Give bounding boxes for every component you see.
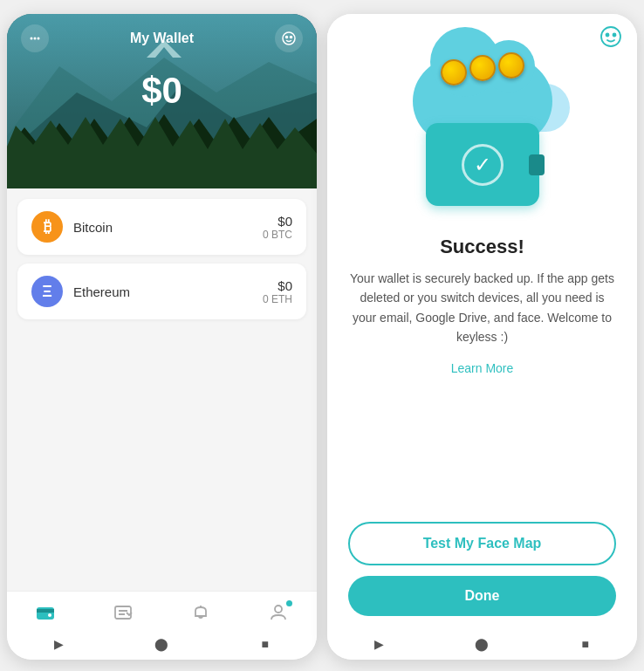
home-button[interactable]: ⬤ <box>153 635 170 653</box>
coin-3 <box>498 52 524 79</box>
svg-point-22 <box>613 34 616 37</box>
svg-rect-15 <box>115 606 131 619</box>
bottom-nav <box>7 591 317 630</box>
buttons-area: Test My Face Map Done <box>327 522 637 630</box>
coin-1 <box>441 59 467 86</box>
recents-button-right[interactable]: ■ <box>577 635 594 653</box>
wallet-title-bar: My Wallet <box>7 14 317 52</box>
svg-point-10 <box>285 37 287 38</box>
test-face-map-button[interactable]: Test My Face Map <box>348 522 616 565</box>
svg-point-8 <box>38 38 40 40</box>
svg-point-9 <box>283 32 295 45</box>
nav-notifications[interactable] <box>183 599 218 626</box>
success-description: Your wallet is securely backed up. If th… <box>348 269 616 347</box>
bitcoin-icon: ₿ <box>31 211 63 243</box>
svg-point-7 <box>34 38 37 40</box>
system-nav-left: ▶ ⬤ ■ <box>7 630 317 660</box>
ethereum-usd: $0 <box>263 278 292 293</box>
ethereum-name: Ethereum <box>73 284 263 299</box>
ethereum-icon: Ξ <box>31 276 63 307</box>
nav-wallet[interactable] <box>28 599 63 626</box>
svg-point-14 <box>48 613 51 617</box>
top-face-icon <box>599 24 623 52</box>
back-button[interactable]: ▶ <box>50 635 67 653</box>
recents-button[interactable]: ■ <box>257 635 274 653</box>
ethereum-amount: 0 ETH <box>263 293 292 305</box>
learn-more-link[interactable]: Learn More <box>451 361 514 375</box>
system-nav-right: ▶ ⬤ ■ <box>327 630 637 660</box>
bitcoin-value: $0 0 BTC <box>263 214 292 241</box>
svg-point-19 <box>275 606 282 613</box>
menu-button[interactable] <box>21 24 49 52</box>
nav-profile[interactable] <box>261 599 296 626</box>
left-phone: My Wallet $0 ₿ Bitcoin $0 <box>7 14 317 660</box>
nav-transactions[interactable] <box>106 599 140 626</box>
right-phone: ✓ Success! Your wallet is securely backe… <box>327 14 637 660</box>
back-button-right[interactable]: ▶ <box>370 635 387 653</box>
svg-point-11 <box>290 37 291 38</box>
svg-point-21 <box>606 34 609 37</box>
svg-point-6 <box>31 38 33 40</box>
ethereum-value: $0 0 ETH <box>263 278 292 305</box>
coins <box>441 59 524 86</box>
wallet-title: My Wallet <box>130 31 194 46</box>
bitcoin-usd: $0 <box>263 214 292 229</box>
success-screen: ✓ Success! Your wallet is securely backe… <box>327 14 637 522</box>
success-title: Success! <box>440 236 524 258</box>
coin-2 <box>469 55 496 81</box>
bitcoin-name: Bitcoin <box>73 220 263 235</box>
home-button-right[interactable]: ⬤ <box>473 635 490 653</box>
bitcoin-amount: 0 BTC <box>263 229 292 241</box>
notification-dot <box>286 600 292 606</box>
svg-point-20 <box>601 27 620 46</box>
success-illustration: ✓ <box>395 49 570 215</box>
check-circle: ✓ <box>462 144 504 186</box>
crypto-list: ₿ Bitcoin $0 0 BTC Ξ Ethereum $0 0 ETH <box>7 188 317 591</box>
bitcoin-item[interactable]: ₿ Bitcoin $0 0 BTC <box>17 199 306 255</box>
face-id-button[interactable] <box>275 24 303 52</box>
done-button[interactable]: Done <box>348 576 616 616</box>
wallet-illustration-card: ✓ <box>426 123 539 206</box>
wallet-header: My Wallet $0 <box>7 14 317 188</box>
svg-rect-13 <box>37 609 54 613</box>
wallet-amount: $0 <box>7 70 317 112</box>
ethereum-item[interactable]: Ξ Ethereum $0 0 ETH <box>17 264 306 319</box>
